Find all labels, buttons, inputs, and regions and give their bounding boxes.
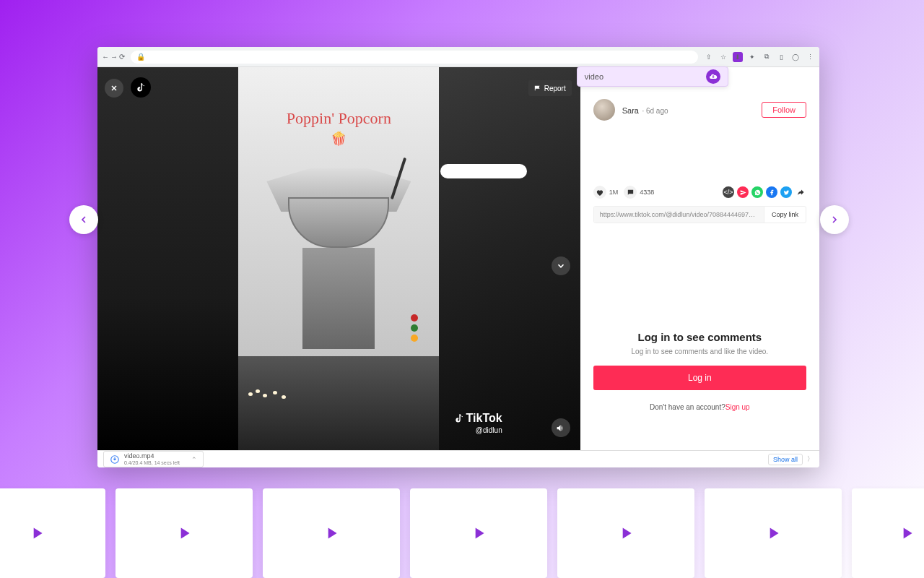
login-subtitle: Log in to see comments and like the vide… [593,348,806,355]
twitter-icon[interactable] [780,186,792,198]
stats-row: 1M 4338 </> [593,186,806,199]
download-progress: 0.4/20.4 MB, 14 secs left [124,460,180,466]
share-icons: </> [723,186,806,198]
close-video-button[interactable] [105,79,123,98]
video-link-box: https://www.tiktok.com/@didlun/video/708… [593,206,806,223]
play-icon [322,524,341,543]
nav-back-icon[interactable]: ← [102,53,109,61]
popcorn-icon: 🍿 [331,131,346,147]
post-meta: · 6d ago [642,107,668,115]
popcorn-machine-illustration [259,161,418,349]
thumbnail[interactable] [705,488,842,578]
author-name[interactable]: Sara [622,106,639,115]
address-bar[interactable]: 🔒 [131,51,698,64]
send-friend-icon[interactable] [737,186,749,198]
play-icon [175,524,193,543]
play-icon [764,524,783,543]
search-pill[interactable] [440,164,527,178]
watermark-brand: TikTok [466,412,502,425]
ext-icon-2[interactable]: ⧉ [762,52,772,62]
thumbnail[interactable] [116,488,253,578]
show-all-downloads-button[interactable]: Show all [768,454,803,465]
comment-icon [624,186,637,199]
signup-link[interactable]: Sign up [725,403,750,411]
login-title: Log in to see comments [593,331,806,343]
download-shelf: video.mp4 0.4/20.4 MB, 14 secs left ⌃ Sh… [97,450,819,467]
file-icon [110,454,120,465]
play-icon [469,524,488,543]
share-more-icon[interactable] [795,186,806,198]
nav-forward-icon[interactable]: → [110,53,118,61]
ext-icon-3[interactable]: ▯ [776,52,786,62]
tiktok-logo-icon[interactable] [131,77,151,98]
signup-row: Don't have an account?Sign up [593,403,806,411]
thumbnail[interactable] [263,488,400,578]
thumbnail[interactable] [557,488,694,578]
facebook-icon[interactable] [766,186,777,198]
share-ext-icon[interactable]: ⇧ [704,52,714,62]
author-row: Sara · 6d ago Follow [593,99,806,121]
side-panel: video Sara · 6d ago Follow 1M [580,67,819,450]
report-button[interactable]: Report [528,80,572,96]
play-icon [616,524,635,543]
menu-icon[interactable]: ⋮ [805,52,815,62]
extension-icons: ⇧ ☆ ⬇ ✦ ⧉ ▯ ◯ ⋮ [704,52,815,62]
thumbnail[interactable] [410,488,547,578]
profile-icon[interactable]: ◯ [790,52,801,62]
carousel-prev-button[interactable] [69,205,98,234]
play-icon [27,524,46,543]
lock-icon: 🔒 [136,53,145,61]
embed-icon[interactable]: </> [723,186,734,198]
follow-button[interactable]: Follow [762,102,806,118]
download-cloud-icon[interactable] [706,69,720,84]
report-label: Report [544,85,566,92]
video-url[interactable]: https://www.tiktok.com/@didlun/video/708… [594,207,764,223]
nav-reload-icon[interactable]: ⟳ [119,53,125,61]
likes-stat[interactable]: 1M [593,186,619,199]
copy-link-button[interactable]: Copy link [764,207,806,223]
next-video-button[interactable] [552,256,570,275]
thumbnail[interactable] [852,488,924,578]
signup-prompt: Don't have an account? [650,403,725,411]
popcorn-bin [238,356,439,450]
heart-icon [593,186,606,199]
thumbnail[interactable] [0,488,105,578]
volume-button[interactable] [552,418,570,437]
video-pillar-left [97,67,238,450]
carousel-next-button[interactable] [820,205,849,234]
watermark-handle: @didlun [454,426,502,434]
star-icon[interactable]: ☆ [718,52,728,62]
browser-toolbar: ← → ⟳ 🔒 ⇧ ☆ ⬇ ✦ ⧉ ▯ ◯ ⋮ [97,47,819,67]
extension-popup: video [577,66,728,87]
comments-stat[interactable]: 4338 [624,186,654,199]
login-button[interactable]: Log in [593,366,806,390]
play-icon [897,524,916,543]
video-player-area: Poppin' Popcorn 🍿 [97,67,580,450]
download-filename: video.mp4 [124,453,180,460]
video-frame[interactable]: Poppin' Popcorn 🍿 [238,67,439,450]
extension-popup-label: video [585,72,603,81]
tiktok-watermark: TikTok @didlun [454,412,502,434]
login-section: Log in to see comments Log in to see com… [593,331,806,411]
download-chevron-icon[interactable]: ⌃ [191,456,197,463]
page-content: Poppin' Popcorn 🍿 [97,67,819,450]
likes-count: 1M [609,189,619,196]
video-overlay-title: Poppin' Popcorn [287,109,391,128]
download-item[interactable]: video.mp4 0.4/20.4 MB, 14 secs left ⌃ [103,451,204,467]
close-download-shelf-icon[interactable]: 〉 [807,454,814,464]
avatar[interactable] [593,99,615,121]
browser-window: ← → ⟳ 🔒 ⇧ ☆ ⬇ ✦ ⧉ ▯ ◯ ⋮ Poppin' Popcorn … [97,47,819,467]
whatsapp-icon[interactable] [751,186,763,198]
thumbnail-row [0,488,924,578]
downloader-ext-icon[interactable]: ⬇ [733,52,743,62]
puzzle-ext-icon[interactable]: ✦ [747,52,757,62]
comments-count: 4338 [640,189,654,196]
